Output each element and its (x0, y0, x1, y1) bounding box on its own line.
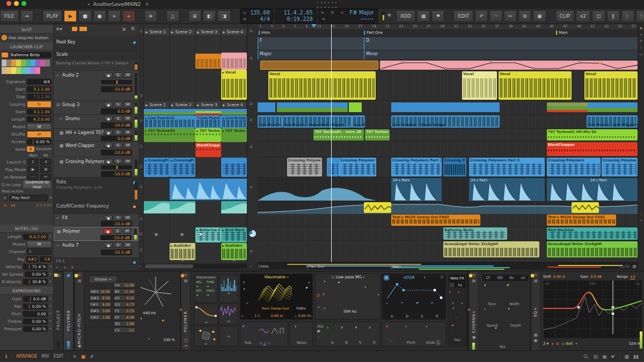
device-menu-icon[interactable]: ● (472, 335, 475, 339)
file-menu-button[interactable]: FILE (0, 10, 19, 22)
arranger-clip-ms20[interactable]: Tom's MS20 Sweep Out FX02 (547, 215, 616, 226)
arranger-clip-live-smokes[interactable]: Live Smokes - Clean Vulgar (391, 115, 500, 128)
layout-clip-icon[interactable] (72, 27, 77, 31)
scene-launch-button[interactable]: ▶Scene 4 (221, 28, 247, 36)
eq-display[interactable]: 201001k (543, 280, 642, 338)
arranger-clip-techno-hh[interactable]: 707 Techno01 HH Mix 04 (547, 129, 638, 141)
stop-button[interactable]: ■ (78, 10, 92, 22)
arm-button[interactable]: ● (104, 159, 113, 164)
fx-send1-knob[interactable] (449, 291, 451, 293)
crackle-row[interactable] (258, 60, 638, 71)
mute-button[interactable]: M (123, 159, 132, 164)
lane-rate[interactable]: Rate Crossing Polymers › LFO (54, 178, 138, 202)
playhead[interactable] (331, 24, 332, 262)
overview-grid-icon[interactable]: ▦ (632, 264, 636, 269)
arranger-clip-ms20[interactable]: Tom's MS20 Sweep Out FX02 (391, 215, 480, 226)
fx-row[interactable]: Tom's MS20 Sweep Out FX02 Tom's MS20 Swe… (258, 214, 638, 227)
filter-env-icon[interactable]: ≈ (317, 305, 320, 309)
track-word-clapper[interactable]: ▦ Word Clapper ●SM -10.0 dB (54, 142, 138, 157)
view-mix-button[interactable]: MIX (41, 354, 49, 359)
solo-button[interactable]: S (114, 159, 122, 164)
mute-button[interactable]: M (123, 130, 132, 135)
unison-icon[interactable]: ⫸ (241, 314, 244, 318)
filter-env-generator[interactable]: FEG ●› ⌒ A D S R (315, 322, 380, 346)
launcher-clip-orange[interactable] (195, 54, 221, 69)
launcher-group-summary[interactable] (144, 109, 195, 115)
arm-button[interactable]: ● (104, 116, 113, 121)
track-scale[interactable]: Scale (54, 50, 138, 60)
mod-out-icon[interactable]: ➟ (184, 344, 187, 348)
filter-slope-icon[interactable]: ⋮ (317, 282, 320, 285)
eq-shift-value[interactable]: 0.00 st (553, 275, 565, 279)
sub-oscillator[interactable]: Sub 0 -1 -2 (240, 322, 288, 346)
arranger-clip-acous[interactable]: AcousAngel Noise 32x8gbH (443, 241, 539, 257)
ref-freq-knob[interactable] (141, 317, 143, 320)
solo-button[interactable]: S (114, 102, 122, 107)
global-key[interactable]: F# Major (350, 10, 374, 16)
pitch-bend-knob[interactable] (386, 326, 389, 328)
feg-release-knob[interactable] (369, 327, 371, 329)
hh707-row[interactable]: 707 Techno01 - Intro 2B 707 Techno01 707… (258, 129, 638, 142)
launcher-clip-crossing-v2[interactable]: ▶ CrossingPoly2 (170, 158, 195, 177)
punch-out-icon[interactable]: ⇥ (321, 16, 325, 23)
edit-menu-button[interactable]: EDIT (453, 10, 473, 22)
export-icon[interactable]: ⇥ (20, 10, 33, 22)
launcher-clip-pink[interactable] (221, 53, 247, 70)
arranger-clip-acous2[interactable]: AcousAngel Noise 32x8gbH (547, 241, 638, 257)
band-power-icon[interactable]: ⊙ (556, 342, 559, 346)
on-release-main-select[interactable]: ··· (27, 174, 39, 180)
feg-sustain-knob[interactable] (355, 327, 357, 329)
scale-lane[interactable]: Major Minor (258, 50, 638, 60)
view-arrange-button[interactable]: ARRANGE (16, 354, 37, 359)
scene-menu-icon[interactable]: ≣ (250, 185, 253, 189)
launcher-clip-crossing-v1[interactable]: ▶ CrossingPoly v1 (144, 158, 170, 177)
track-root-key[interactable]: Root Key (54, 38, 138, 50)
launcher-clip-cutoff[interactable] (144, 201, 170, 213)
scene-launch-button[interactable]: ▶Scene 1 (144, 28, 170, 36)
cue-marker[interactable] (311, 24, 317, 31)
punch-in-icon[interactable]: ⇤ (321, 10, 325, 16)
metronome-button[interactable]: △ (166, 10, 179, 22)
curve-module[interactable]: ➟ (194, 304, 218, 325)
preset-folder-icon[interactable]: ▤ (470, 279, 478, 283)
notes-vel-spread-field[interactable]: 0.00 % (25, 271, 48, 277)
arranger-clip-crossing1[interactable]: Crossing Polymers Part 1 (339, 158, 376, 176)
preset-folder-icon[interactable]: ▤ (181, 279, 190, 283)
tone-knob[interactable] (485, 284, 487, 286)
stop-button-column[interactable] (138, 24, 144, 263)
layout-arrange-icon[interactable] (79, 27, 87, 31)
mute-button[interactable]: M (123, 116, 132, 121)
osc-route-icon[interactable]: ⇗ (308, 280, 310, 284)
wavetable-preset-name[interactable]: Resn Sweep Dad (257, 306, 294, 310)
band-type-select[interactable]: ◇ Bell (562, 342, 573, 346)
arranger-clip-wordchopper[interactable]: WordChopper (547, 142, 638, 156)
preset-folder-icon[interactable]: ▤ (531, 279, 540, 283)
wavetable-index-knob[interactable] (306, 287, 308, 289)
expr-pan-field[interactable]: ▏0.00 % (23, 304, 48, 309)
env-title[interactable]: ADSR (404, 275, 415, 280)
launcher-clip-cutoff[interactable] (170, 201, 195, 213)
arranger-clip-crossing-audio[interactable]: Crossing Polymers (443, 158, 466, 176)
scene-menu-icon[interactable]: ≣ (250, 249, 253, 254)
scene-launch-button[interactable]: ▶Scene 4 (221, 101, 247, 109)
has-stop-toggle[interactable]: ✓ Has stop/rec button (0, 34, 53, 41)
osc-ratio-value[interactable]: 1:1 (254, 314, 260, 318)
tempo-display[interactable]: ↻135.00 ⇄4/4 (240, 9, 274, 24)
clip-color-chip[interactable] (2, 53, 8, 57)
panel-left-toggle[interactable]: ⊞ (188, 10, 201, 22)
next-action-power-icon[interactable]: ⊙ (2, 195, 8, 201)
window-close-light[interactable] (6, 1, 14, 7)
clip-menu-button[interactable]: CLIP (555, 10, 574, 22)
arranger-clip-techno-intro[interactable]: 707 Techno01 - Intro 2B (313, 129, 364, 141)
device-menu-icon[interactable]: ● (534, 338, 537, 343)
arm-button[interactable]: ● (104, 130, 113, 135)
dice-module[interactable]: ●●● ➟ (194, 326, 218, 346)
arranger-clip-live-punch-kim[interactable]: Live Punch - Jam Wiggle Swing Kim H (587, 115, 638, 128)
track-fx[interactable]: ⌁ FX ●SM -10.0 dB (54, 214, 138, 227)
launcher-group-summary[interactable] (195, 109, 221, 115)
amp-decay-knob[interactable] (401, 302, 404, 304)
next-action-select[interactable]: Play Next (10, 195, 48, 201)
micro-pitch-right-column[interactable]: C412.00B311.00A39.25G36.73F35.75E34.99D3… (113, 282, 136, 334)
notes-key-low-field[interactable]: A#2 (26, 256, 38, 262)
filter-section[interactable]: ⊙ Low pass MG ▾ ⋮ ⟨⟩ ≈ 594 Hz ◂ (315, 274, 380, 320)
